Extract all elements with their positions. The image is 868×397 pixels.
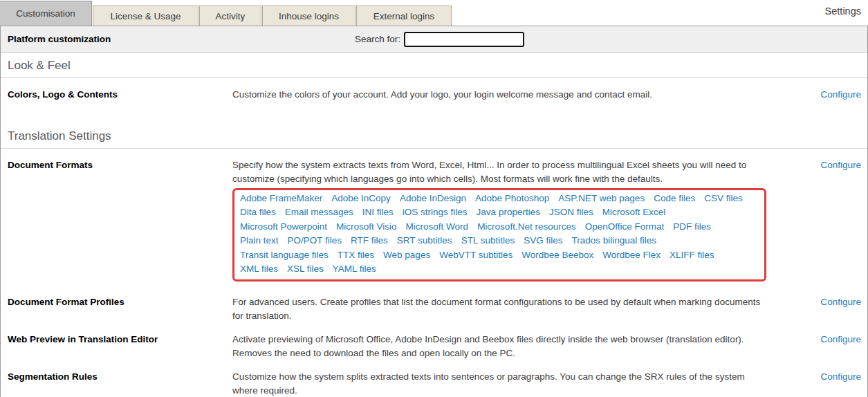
tab-inhouse-logins[interactable]: Inhouse logins	[262, 6, 355, 26]
row-label: Segmentation Rules	[1, 370, 232, 397]
settings-panel: Platform customization Search for: Look …	[0, 26, 868, 397]
configure-link-colors[interactable]: Configure	[820, 89, 861, 100]
row-description: Activate previewing of Microsoft Office,…	[232, 333, 761, 361]
format-link[interactable]: Adobe InDesign	[400, 192, 466, 206]
format-link[interactable]: Adobe InCopy	[331, 192, 391, 206]
format-link[interactable]: Microsoft.Net resources	[477, 220, 576, 234]
format-link[interactable]: PDF files	[673, 220, 711, 234]
format-link[interactable]: Dita files	[240, 205, 276, 220]
tab-bar: Customisation License & Usage Activity I…	[0, 0, 868, 26]
tab-external-logins[interactable]: External logins	[356, 6, 452, 26]
format-link[interactable]: Plain text	[240, 234, 279, 248]
format-link[interactable]: STL subtitles	[461, 234, 515, 248]
row-label: Document Format Profiles	[1, 295, 232, 324]
format-link[interactable]: Trados bilingual files	[571, 234, 656, 248]
configure-link-segmentation[interactable]: Configure	[820, 371, 861, 382]
configure-link-web-preview[interactable]: Configure	[820, 334, 861, 344]
format-link[interactable]: Microsoft Excel	[602, 205, 666, 220]
search-label: Search for:	[355, 34, 400, 44]
platform-customization-header: Platform customization Search for:	[1, 26, 867, 53]
format-link[interactable]: ASP.NET web pages	[558, 192, 645, 206]
format-link[interactable]: INI files	[362, 205, 394, 220]
settings-label: Settings	[825, 6, 868, 21]
format-link[interactable]: Microsoft Powerpoint	[240, 220, 327, 234]
format-link[interactable]: OpenOffice Format	[585, 220, 665, 234]
row-label: Web Preview in Translation Editor	[1, 333, 232, 361]
row-description: Customize the colors of your account. Ad…	[232, 88, 761, 102]
format-link[interactable]: JSON files	[549, 205, 593, 220]
row-description: Customize how the system splits extracte…	[232, 370, 761, 397]
section-look-and-feel: Look & Feel	[1, 53, 867, 78]
format-link[interactable]: PO/POT files	[288, 234, 342, 248]
configure-link-format-profiles[interactable]: Configure	[820, 297, 861, 307]
format-link[interactable]: Adobe FrameMaker	[240, 192, 322, 206]
format-link[interactable]: XML files	[240, 262, 278, 277]
tab-license-usage[interactable]: License & Usage	[93, 6, 198, 26]
format-links-highlight-box: Adobe FrameMakerAdobe InCopyAdobe InDesi…	[232, 188, 766, 281]
format-link[interactable]: SVG files	[524, 234, 562, 248]
row-segmentation-rules: Segmentation Rules Customize how the sys…	[1, 361, 867, 397]
configure-link-document-formats[interactable]: Configure	[820, 160, 861, 170]
format-link[interactable]: RTF files	[351, 234, 388, 248]
format-link[interactable]: Wordbee Flex	[602, 248, 661, 263]
row-label: Document Formats	[1, 158, 232, 281]
format-link[interactable]: XSL files	[287, 262, 324, 277]
format-link[interactable]: YAML files	[333, 262, 376, 277]
row-description: Specify how the system extracts texts fr…	[232, 158, 761, 187]
row-document-formats: Document Formats Specify how the system …	[1, 149, 867, 281]
row-label: Colors, Logo & Contents	[1, 88, 232, 102]
format-link[interactable]: Microsoft Visio	[336, 220, 397, 234]
row-description: For advanced users. Create profiles that…	[232, 295, 761, 324]
format-link[interactable]: Code files	[654, 192, 695, 206]
search-group: Search for:	[355, 26, 524, 52]
row-web-preview: Web Preview in Translation Editor Activa…	[1, 324, 867, 361]
format-link[interactable]: Adobe Photoshop	[475, 192, 549, 206]
tab-activity[interactable]: Activity	[199, 6, 261, 26]
tab-customisation[interactable]: Customisation	[0, 1, 92, 26]
format-link[interactable]: Transit language files	[240, 248, 329, 263]
format-link[interactable]: Wordbee Beebox	[521, 248, 593, 263]
search-input[interactable]	[404, 32, 524, 47]
row-colors-logo-contents: Colors, Logo & Contents Customize the co…	[1, 78, 867, 102]
row-document-format-profiles: Document Format Profiles For advanced us…	[1, 281, 867, 324]
page-title: Platform customization	[1, 34, 111, 44]
format-link[interactable]: XLIFF files	[670, 248, 714, 263]
format-link[interactable]: Web pages	[383, 248, 430, 263]
section-translation-settings: Translation Settings	[1, 123, 867, 149]
format-link[interactable]: CSV files	[704, 192, 743, 206]
format-link[interactable]: WebVTT subtitles	[439, 248, 513, 263]
format-link[interactable]: Email messages	[285, 205, 353, 220]
format-link[interactable]: iOS strings files	[403, 205, 468, 220]
format-link[interactable]: Microsoft Word	[406, 220, 469, 234]
format-link[interactable]: TTX files	[338, 248, 374, 263]
format-link[interactable]: Java properties	[477, 205, 540, 220]
format-link[interactable]: SRT subtitles	[397, 234, 452, 248]
